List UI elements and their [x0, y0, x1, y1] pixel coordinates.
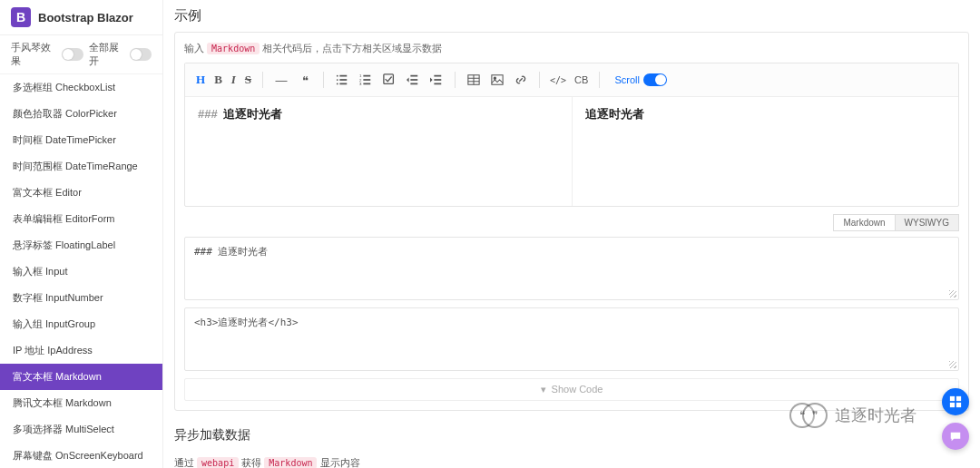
- example-description: 输入 Markdown 相关代码后，点击下方相关区域显示数据: [184, 42, 959, 55]
- editor-body: ###追逐时光者 追逐时光者: [185, 97, 958, 206]
- svg-rect-20: [492, 75, 503, 85]
- svg-rect-13: [410, 75, 417, 77]
- svg-rect-22: [950, 396, 955, 401]
- preview-text: 追逐时光者: [585, 107, 644, 121]
- svg-rect-25: [956, 403, 961, 407]
- output-html[interactable]: <h3>追逐时光者</h3>: [184, 307, 959, 371]
- sidebar-item[interactable]: 屏幕键盘 OnScreenKeyboard: [0, 443, 162, 468]
- svg-point-0: [337, 75, 338, 77]
- toolbar-hr[interactable]: —: [270, 69, 292, 91]
- mode-tabs: Markdown WYSIWYG: [184, 214, 959, 231]
- source-hash: ###: [198, 107, 218, 121]
- toolbar-strike[interactable]: S: [241, 69, 255, 91]
- sidebar-item[interactable]: 颜色拾取器 ColorPicker: [0, 101, 162, 127]
- sidebar-item[interactable]: 多选框组 CheckboxList: [0, 74, 162, 101]
- svg-text:3: 3: [359, 82, 362, 86]
- sidebar-item[interactable]: 输入框 Input: [0, 258, 162, 285]
- sidebar-item[interactable]: 富文本框 Markdown: [0, 364, 162, 390]
- float-windows-button[interactable]: [942, 388, 969, 415]
- brand-logo: B: [11, 7, 31, 27]
- tab-wysiwyg[interactable]: WYSIWYG: [896, 214, 959, 231]
- float-chat-button[interactable]: [942, 423, 969, 450]
- toolbar-ul[interactable]: [331, 69, 353, 91]
- toolbar-codeblock[interactable]: CB: [571, 69, 592, 91]
- scroll-switch[interactable]: [643, 73, 667, 86]
- svg-rect-11: [363, 83, 370, 85]
- resize-grip[interactable]: [949, 361, 956, 368]
- chip-markdown: Markdown: [207, 43, 260, 54]
- svg-rect-7: [363, 75, 370, 77]
- async-description: 通过 webapi 获得 Markdown 显示内容: [174, 456, 969, 468]
- sidebar-item[interactable]: 多项选择器 MultiSelect: [0, 416, 162, 443]
- toolbar-task[interactable]: [378, 69, 400, 91]
- main-content: 示例 输入 Markdown 相关代码后，点击下方相关区域显示数据 H B I …: [163, 0, 980, 468]
- chip-markdown2: Markdown: [264, 457, 317, 468]
- section-title: 示例: [174, 0, 969, 32]
- toolbar-table[interactable]: [463, 69, 485, 91]
- async-title: 异步加载数据: [174, 420, 969, 451]
- source-text: 追逐时光者: [223, 107, 282, 121]
- svg-rect-1: [339, 75, 347, 77]
- sidebar-item[interactable]: 富文本框 Editor: [0, 180, 162, 206]
- brand-title: Bootstrap Blazor: [38, 11, 133, 24]
- svg-rect-17: [434, 79, 441, 81]
- editor-preview-pane: 追逐时光者: [572, 97, 959, 206]
- sidebar-item[interactable]: 时间框 DateTimePicker: [0, 127, 162, 153]
- svg-rect-3: [339, 79, 347, 81]
- expand-label: 全部展开: [89, 41, 125, 68]
- toolbar-image[interactable]: [486, 69, 508, 91]
- svg-point-4: [337, 83, 338, 85]
- toolbar-outdent[interactable]: [402, 69, 424, 91]
- sidebar-item[interactable]: 腾讯文本框 Markdown: [0, 390, 162, 416]
- sidebar-toggle-row: 手风琴效果 全部展开: [0, 35, 162, 74]
- output-markdown[interactable]: ### 追逐时光者: [184, 237, 959, 300]
- svg-rect-23: [956, 396, 961, 401]
- sidebar-item[interactable]: IP 地址 IpAddress: [0, 337, 162, 364]
- accordion-label: 手风琴效果: [11, 41, 56, 68]
- toolbar-indent[interactable]: [426, 69, 447, 91]
- svg-rect-18: [434, 83, 441, 85]
- sidebar-nav: 多选框组 CheckboxList颜色拾取器 ColorPicker时间框 Da…: [0, 74, 162, 468]
- sidebar-item[interactable]: 数字框 InputNumber: [0, 285, 162, 311]
- toolbar-heading[interactable]: H: [192, 69, 209, 91]
- svg-rect-24: [950, 403, 955, 407]
- toolbar-link[interactable]: [510, 69, 532, 91]
- markdown-editor: H B I S — ❝ 123: [184, 63, 959, 207]
- svg-rect-14: [410, 79, 417, 81]
- editor-toolbar: H B I S — ❝ 123: [185, 63, 958, 97]
- svg-point-21: [494, 77, 495, 79]
- sidebar-item[interactable]: 表单编辑框 EditorForm: [0, 206, 162, 232]
- svg-rect-9: [363, 79, 370, 81]
- svg-rect-15: [410, 83, 417, 85]
- svg-rect-5: [339, 83, 347, 85]
- accordion-toggle[interactable]: [62, 48, 83, 61]
- show-code-button[interactable]: ▾Show Code: [184, 378, 959, 401]
- scroll-label: Scroll: [614, 74, 640, 85]
- svg-point-2: [337, 79, 338, 81]
- svg-rect-16: [434, 75, 441, 77]
- editor-source-pane[interactable]: ###追逐时光者: [185, 97, 572, 206]
- brand-header: B Bootstrap Blazor: [0, 0, 162, 35]
- toolbar-italic[interactable]: I: [228, 69, 240, 91]
- scroll-sync: Scroll: [614, 73, 667, 86]
- sidebar-item[interactable]: 时间范围框 DateTimeRange: [0, 153, 162, 180]
- svg-rect-12: [384, 74, 394, 84]
- resize-grip[interactable]: [949, 290, 956, 297]
- sidebar: B Bootstrap Blazor 手风琴效果 全部展开 多选框组 Check…: [0, 0, 163, 468]
- tab-markdown[interactable]: Markdown: [833, 214, 895, 231]
- chip-webapi: webapi: [197, 457, 239, 468]
- toolbar-quote[interactable]: ❝: [294, 69, 316, 91]
- expand-toggle[interactable]: [130, 48, 152, 61]
- sidebar-item[interactable]: 悬浮标签 FloatingLabel: [0, 232, 162, 258]
- example-card: 输入 Markdown 相关代码后，点击下方相关区域显示数据 H B I S —…: [174, 32, 969, 411]
- toolbar-code[interactable]: </>: [547, 69, 569, 91]
- sidebar-item[interactable]: 输入组 InputGroup: [0, 311, 162, 337]
- toolbar-ol[interactable]: 123: [355, 69, 377, 91]
- toolbar-bold[interactable]: B: [211, 69, 226, 91]
